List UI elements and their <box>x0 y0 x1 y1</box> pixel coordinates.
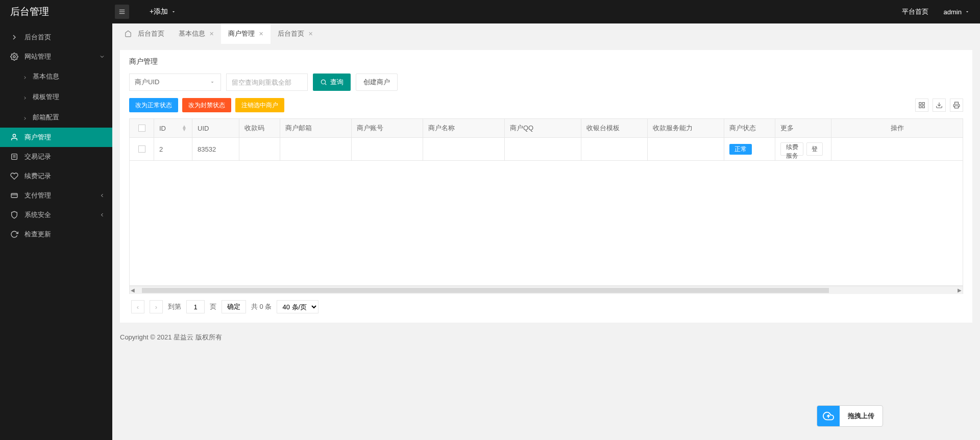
sidebar-item-merchant-manage[interactable]: 商户管理 <box>0 128 112 147</box>
close-icon[interactable]: ✕ <box>308 31 313 37</box>
export-icon <box>936 102 943 109</box>
next-page-button[interactable]: › <box>150 300 163 313</box>
td-account <box>352 138 423 161</box>
filter-field-select[interactable]: 商户UID <box>129 74 221 91</box>
th-qq[interactable]: 商户QQ <box>505 119 581 138</box>
export-tool-button[interactable] <box>933 99 946 112</box>
prev-page-button[interactable]: ‹ <box>131 300 144 313</box>
svg-rect-15 <box>922 106 924 108</box>
drag-upload-button[interactable]: 拖拽上传 <box>817 405 883 427</box>
home-icon <box>125 30 132 37</box>
tab-home[interactable]: 后台首页 <box>117 23 172 44</box>
footer-copyright: Copyright © 2021 星益云 版权所有 <box>120 333 972 342</box>
sidebar-item-label: 系统安全 <box>24 210 51 219</box>
scrollbar-thumb[interactable] <box>142 288 829 293</box>
sidebar-item-label: 后台首页 <box>24 33 51 42</box>
horizontal-scrollbar[interactable]: ◀ ▶ <box>130 286 963 294</box>
svg-point-10 <box>321 80 325 84</box>
logo-title: 后台管理 <box>0 5 112 18</box>
content-card: 商户管理 商户UID 查询 创建商户 改为正常状态 改为封禁状态 <box>120 50 972 323</box>
chevron-left-icon <box>99 212 105 218</box>
th-uid[interactable]: UID <box>192 119 239 138</box>
td-name <box>423 138 505 161</box>
cancel-button[interactable]: 注销 <box>910 142 931 156</box>
th-operations[interactable]: 操作 <box>831 119 963 138</box>
th-capability[interactable]: 收款服务能力 <box>648 119 724 138</box>
columns-tool-button[interactable] <box>915 99 928 112</box>
tab-label: 商户管理 <box>228 29 255 38</box>
sidebar-sub-basic-info[interactable]: 基本信息 <box>0 66 112 87</box>
td-uid: 83532 <box>192 138 239 161</box>
tab-home-dup[interactable]: 后台首页 ✕ <box>271 23 320 44</box>
select-all-checkbox[interactable] <box>138 125 145 132</box>
total-label: 共 0 条 <box>251 302 272 311</box>
th-id[interactable]: ID▲▼ <box>154 119 192 138</box>
td-capability <box>648 138 724 161</box>
admin-dropdown[interactable]: admin <box>944 8 970 16</box>
goto-label: 到第 <box>168 302 181 311</box>
add-dropdown[interactable]: +添加 <box>150 7 176 16</box>
query-button[interactable]: 查询 <box>313 74 351 91</box>
sidebar-item-transactions[interactable]: 交易记录 <box>0 147 112 166</box>
card-icon <box>10 191 18 200</box>
tab-label: 基本信息 <box>179 29 205 38</box>
menu-toggle-button[interactable] <box>115 5 129 19</box>
filter-row: 商户UID 查询 创建商户 <box>129 74 963 91</box>
sidebar-item-check-update[interactable]: 检查更新 <box>0 225 112 244</box>
per-page-select[interactable]: 40 条/页 <box>277 300 318 313</box>
page-input[interactable] <box>186 300 205 313</box>
row-checkbox[interactable] <box>138 145 145 153</box>
sidebar-item-payment-manage[interactable]: 支付管理 <box>0 186 112 205</box>
table-empty-area <box>130 161 963 286</box>
bulk-ban-button[interactable]: 改为封禁状态 <box>182 98 231 112</box>
edit-button[interactable]: 编辑 <box>861 142 882 156</box>
th-more[interactable]: 更多 <box>775 119 831 138</box>
td-checkbox <box>130 138 154 161</box>
sidebar-sub-label: 基本信息 <box>33 72 59 81</box>
list-icon <box>10 153 18 161</box>
sidebar-sub-label: 邮箱配置 <box>33 113 59 122</box>
page-unit-label: 页 <box>210 302 216 311</box>
extra-button[interactable]: 登 <box>806 142 823 156</box>
td-qq <box>505 138 581 161</box>
platform-home-link[interactable]: 平台首页 <box>902 7 928 16</box>
sidebar-sub-mail-config[interactable]: 邮箱配置 <box>0 107 112 128</box>
chevron-down-icon <box>965 9 970 14</box>
login-button[interactable]: 登录 <box>885 142 906 156</box>
th-skm[interactable]: 收款码 <box>239 119 280 138</box>
sort-icon: ▲▼ <box>182 125 187 131</box>
close-icon[interactable]: ✕ <box>259 31 263 37</box>
th-template[interactable]: 收银台模板 <box>581 119 648 138</box>
th-email[interactable]: 商户邮箱 <box>280 119 352 138</box>
chevron-right-icon <box>22 94 28 100</box>
close-icon[interactable]: ✕ <box>209 31 214 37</box>
svg-rect-12 <box>919 103 921 105</box>
sidebar-item-home[interactable]: 后台首页 <box>0 28 112 47</box>
print-tool-button[interactable] <box>950 99 963 112</box>
page-confirm-button[interactable]: 确定 <box>222 300 246 313</box>
sidebar-item-label: 支付管理 <box>24 191 51 200</box>
tab-label: 后台首页 <box>278 29 304 38</box>
th-name[interactable]: 商户名称 <box>423 119 505 138</box>
sidebar-item-site-manage[interactable]: 网站管理 <box>0 47 112 66</box>
chevron-down-icon <box>171 9 176 14</box>
tab-merchant-manage[interactable]: 商户管理 ✕ <box>221 23 271 44</box>
card-title: 商户管理 <box>129 57 963 66</box>
th-status[interactable]: 商户状态 <box>724 119 775 138</box>
sidebar-item-security[interactable]: 系统安全 <box>0 205 112 225</box>
sidebar-item-renewal-records[interactable]: 续费记录 <box>0 166 112 186</box>
th-account[interactable]: 商户账号 <box>352 119 423 138</box>
renew-service-button[interactable]: 续费服务 <box>780 142 803 156</box>
search-input[interactable] <box>226 74 308 91</box>
tabs-bar: 后台首页 基本信息 ✕ 商户管理 ✕ 后台首页 ✕ <box>112 23 980 44</box>
th-checkbox <box>130 119 154 138</box>
create-merchant-button[interactable]: 创建商户 <box>356 74 398 91</box>
bulk-delete-button[interactable]: 注销选中商户 <box>235 98 284 112</box>
pagination: ‹ › 到第 页 确定 共 0 条 40 条/页 <box>129 294 963 314</box>
chevron-right-icon <box>22 74 28 79</box>
sidebar-sub-template-manage[interactable]: 模板管理 <box>0 87 112 107</box>
tab-basic-info[interactable]: 基本信息 ✕ <box>172 23 221 44</box>
svg-rect-14 <box>919 106 921 108</box>
bulk-normal-button[interactable]: 改为正常状态 <box>129 98 178 112</box>
svg-rect-8 <box>11 193 17 198</box>
